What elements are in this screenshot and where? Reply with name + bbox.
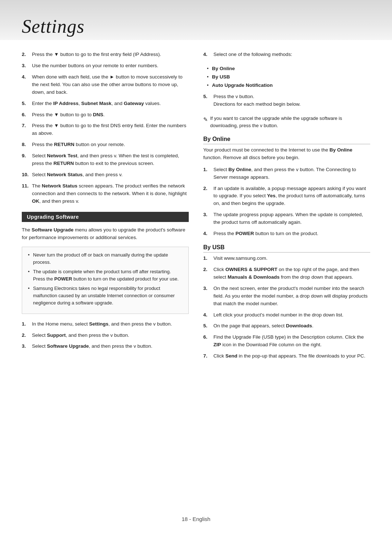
- list-item: 4. Select one of the following methods:: [203, 51, 370, 58]
- list-num: 6.: [22, 111, 32, 119]
- bullet-item: Never turn the product off or back on ma…: [28, 251, 183, 266]
- list-item: 4. Press the POWER button to turn on the…: [203, 230, 370, 238]
- list-item: 4. Left click your product's model numbe…: [203, 311, 370, 319]
- list-num: 4.: [203, 230, 213, 238]
- list-num: 10.: [22, 171, 32, 179]
- list-item: 9. Select Network Test, and then press v…: [22, 152, 189, 167]
- page: Settings 2. Press the ▼ button to go to …: [0, 0, 392, 533]
- list-num: 3.: [22, 62, 32, 70]
- list-item: 6. Press the ▼ button to go to DNS.: [22, 111, 189, 119]
- right-intro-list: 4. Select one of the following methods:: [203, 51, 370, 58]
- list-item: 6. Find the Upgrade File (USB type) in t…: [203, 334, 370, 349]
- list-item: 3. The update progress popup appears. Wh…: [203, 211, 370, 226]
- list-num: 3.: [203, 211, 213, 219]
- method-bullet-item: By Online: [207, 65, 370, 73]
- by-online-desc: Your product must be connected to the In…: [203, 146, 370, 162]
- list-num: 2.: [203, 185, 213, 193]
- list-num: 9.: [22, 152, 32, 160]
- list-num: 5.: [203, 322, 213, 330]
- bullet-item: The update is complete when the product …: [28, 268, 183, 283]
- upgrade-software-header: Upgrading Software: [22, 212, 189, 222]
- list-num: 8.: [22, 141, 32, 149]
- list-num: 1.: [203, 255, 213, 262]
- list-item: 1. In the Home menu, select Settings, an…: [22, 320, 189, 328]
- list-num: 4.: [203, 311, 213, 319]
- list-num: 6.: [203, 334, 213, 341]
- list-item: 7. Click Send in the pop-up that appears…: [203, 352, 370, 360]
- by-usb-list: 1. Visit www.samsung.com. 2. Click OWNER…: [203, 255, 370, 360]
- list-item: 2. Select Support, and then press the v …: [22, 332, 189, 339]
- list-num: 7.: [203, 352, 213, 360]
- main-content: 2. Press the ▼ button to go to the first…: [0, 40, 392, 377]
- list-item: 7. Press the ▼ button to go to the first…: [22, 122, 189, 137]
- footer: 18 - English: [0, 516, 392, 522]
- page-number: 18 - English: [181, 516, 210, 522]
- list-num: 2.: [22, 51, 32, 58]
- list-item: 4. When done with each field, use the ► …: [22, 73, 189, 96]
- note-text: If you want to cancel the upgrade while …: [210, 115, 370, 129]
- list-num: 3.: [203, 285, 213, 292]
- by-usb-heading: By USB: [203, 244, 370, 253]
- list-item: 5. Press the v button.Directions for eac…: [203, 93, 370, 108]
- list-num: 2.: [203, 266, 213, 274]
- list-item: 1. Visit www.samsung.com.: [203, 255, 370, 262]
- list-num: 5.: [203, 93, 213, 101]
- list-num: 11.: [22, 182, 32, 190]
- page-title: Settings: [22, 16, 85, 37]
- list-item: 11. The Network Status screen appears. T…: [22, 182, 189, 205]
- top-banner: Settings: [0, 0, 392, 40]
- right-column: 4. Select one of the following methods: …: [203, 51, 370, 367]
- list-num: 1.: [22, 320, 32, 328]
- note-line: ✎ If you want to cancel the upgrade whil…: [203, 115, 370, 129]
- list-item: 5. On the page that appears, select Down…: [203, 322, 370, 330]
- list-num: 1.: [203, 166, 213, 174]
- by-online-list: 1. Select By Online, and then press the …: [203, 166, 370, 238]
- list-num: 2.: [22, 332, 32, 339]
- note-icon: ✎: [203, 115, 208, 124]
- intro-list: 2. Press the ▼ button to go to the first…: [22, 51, 189, 205]
- list-item: 2. Press the ▼ button to go to the first…: [22, 51, 189, 58]
- list-item: 3. Use the number buttons on your remote…: [22, 62, 189, 70]
- upgrade-bullet-box: Never turn the product off or back on ma…: [22, 247, 189, 314]
- right-step5-list: 5. Press the v button.Directions for eac…: [203, 93, 370, 108]
- list-num: 4.: [203, 51, 213, 58]
- upgrade-description: The Software Upgrade menu allows you to …: [22, 226, 189, 242]
- upgrade-bullets: Never turn the product off or back on ma…: [28, 251, 183, 307]
- list-item: 8. Press the RETURN button on your remot…: [22, 141, 189, 149]
- list-item: 5. Enter the IP Address, Subnet Mask, an…: [22, 100, 189, 108]
- method-bullet-item: Auto Upgrade Notification: [207, 82, 370, 89]
- bullet-item: Samsung Electronics takes no legal respo…: [28, 285, 183, 307]
- list-num: 4.: [22, 73, 32, 81]
- list-num: 5.: [22, 100, 32, 108]
- by-online-heading: By Online: [203, 136, 370, 144]
- upgrade-steps-list: 1. In the Home menu, select Settings, an…: [22, 320, 189, 351]
- list-num: 7.: [22, 122, 32, 130]
- method-bullets: By Online By USB Auto Upgrade Notificati…: [203, 65, 370, 89]
- list-item: 10. Select Network Status, and then pres…: [22, 171, 189, 179]
- method-bullet-item: By USB: [207, 73, 370, 81]
- left-column: 2. Press the ▼ button to go to the first…: [22, 51, 189, 367]
- list-item: 1. Select By Online, and then press the …: [203, 166, 370, 181]
- list-item: 2. Click OWNERS & SUPPORT on the top rig…: [203, 266, 370, 281]
- list-num: 3.: [22, 343, 32, 350]
- list-item: 3. On the next screen, enter the product…: [203, 285, 370, 308]
- list-item: 3. Select Software Upgrade, and then pre…: [22, 343, 189, 350]
- list-item: 2. If an update is available, a popup me…: [203, 185, 370, 208]
